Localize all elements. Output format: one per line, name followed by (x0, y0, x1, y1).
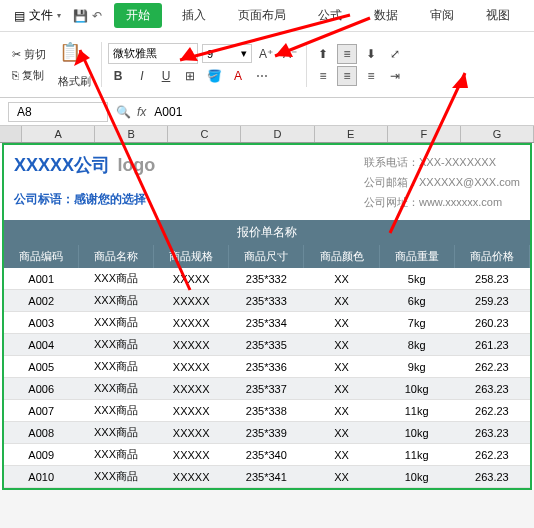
table-cell[interactable]: XXXXX (154, 334, 229, 356)
table-cell[interactable]: 8kg (379, 334, 454, 356)
table-cell[interactable]: XXX商品 (78, 334, 153, 356)
table-cell[interactable]: A002 (4, 290, 78, 312)
table-cell[interactable]: 10kg (379, 378, 454, 400)
border-button[interactable]: ⊞ (180, 66, 200, 86)
table-cell[interactable]: A009 (4, 444, 78, 466)
formula-input[interactable]: A001 (152, 103, 526, 121)
table-row[interactable]: A007XXX商品XXXXX235*338XX11kg262.23 (4, 400, 530, 422)
undo-icon[interactable]: ↶ (92, 9, 102, 23)
fill-color-button[interactable]: 🪣 (204, 66, 224, 86)
table-row[interactable]: A003XXX商品XXXXX235*334XX7kg260.23 (4, 312, 530, 334)
table-cell[interactable]: 235*335 (229, 334, 304, 356)
table-row[interactable]: A001XXX商品XXXXX235*332XX5kg258.23 (4, 268, 530, 290)
table-cell[interactable]: A007 (4, 400, 78, 422)
tab-view[interactable]: 视图 (474, 3, 522, 28)
table-cell[interactable]: 235*334 (229, 312, 304, 334)
tab-formula[interactable]: 公式 (306, 3, 354, 28)
increase-font-button[interactable]: A⁺ (256, 44, 276, 64)
save-icon[interactable]: 💾 (73, 9, 88, 23)
font-size-select[interactable]: 9▾ (202, 44, 252, 63)
table-cell[interactable]: XXX商品 (78, 444, 153, 466)
table-cell[interactable]: A006 (4, 378, 78, 400)
underline-button[interactable]: U (156, 66, 176, 86)
table-cell[interactable]: 235*336 (229, 356, 304, 378)
table-cell[interactable]: XXX商品 (78, 356, 153, 378)
table-cell[interactable]: 262.23 (454, 444, 529, 466)
table-cell[interactable]: 261.23 (454, 334, 529, 356)
table-row[interactable]: A009XXX商品XXXXX235*340XX11kg262.23 (4, 444, 530, 466)
table-row[interactable]: A010XXX商品XXXXX235*341XX10kg263.23 (4, 466, 530, 488)
table-cell[interactable]: XX (304, 466, 379, 488)
table-row[interactable]: A006XXX商品XXXXX235*337XX10kg263.23 (4, 378, 530, 400)
font-name-select[interactable]: 微软雅黑▾ (108, 43, 198, 64)
col-header[interactable]: B (95, 126, 168, 142)
fx-icon[interactable]: fx (137, 105, 146, 119)
table-cell[interactable]: 235*341 (229, 466, 304, 488)
table-cell[interactable]: 258.23 (454, 268, 529, 290)
align-right-button[interactable]: ≡ (361, 66, 381, 86)
align-left-button[interactable]: ≡ (313, 66, 333, 86)
decrease-font-button[interactable]: A⁻ (280, 44, 300, 64)
align-center-button[interactable]: ≡ (337, 66, 357, 86)
table-cell[interactable]: 5kg (379, 268, 454, 290)
table-cell[interactable]: XX (304, 422, 379, 444)
table-cell[interactable]: A005 (4, 356, 78, 378)
table-cell[interactable]: A010 (4, 466, 78, 488)
table-cell[interactable]: A004 (4, 334, 78, 356)
table-cell[interactable]: 262.23 (454, 356, 529, 378)
col-header[interactable]: C (168, 126, 241, 142)
table-cell[interactable]: 235*332 (229, 268, 304, 290)
table-cell[interactable]: 6kg (379, 290, 454, 312)
indent-button[interactable]: ⇥ (385, 66, 405, 86)
paste-icon[interactable]: 📋 (54, 38, 86, 66)
cut-button[interactable]: ✂剪切 (8, 45, 50, 64)
table-cell[interactable]: XXX商品 (78, 400, 153, 422)
table-cell[interactable]: XX (304, 356, 379, 378)
align-bottom-button[interactable]: ⬇ (361, 44, 381, 64)
table-cell[interactable]: 10kg (379, 466, 454, 488)
table-cell[interactable]: 235*338 (229, 400, 304, 422)
table-cell[interactable]: XXX商品 (78, 312, 153, 334)
table-cell[interactable]: XX (304, 290, 379, 312)
select-all-corner[interactable] (0, 126, 22, 142)
table-cell[interactable]: XX (304, 312, 379, 334)
orientation-button[interactable]: ⤢ (385, 44, 405, 64)
table-cell[interactable]: XXX商品 (78, 290, 153, 312)
table-cell[interactable]: XXX商品 (78, 268, 153, 290)
table-cell[interactable]: 263.23 (454, 422, 529, 444)
align-top-button[interactable]: ⬆ (313, 44, 333, 64)
more-font-button[interactable]: ⋯ (252, 66, 272, 86)
table-cell[interactable]: 10kg (379, 422, 454, 444)
file-menu[interactable]: ▤ 文件 ▾ (8, 5, 67, 26)
tab-layout[interactable]: 页面布局 (226, 3, 298, 28)
table-cell[interactable]: XXXXX (154, 444, 229, 466)
table-cell[interactable]: A008 (4, 422, 78, 444)
bold-button[interactable]: B (108, 66, 128, 86)
tab-review[interactable]: 审阅 (418, 3, 466, 28)
table-cell[interactable]: 262.23 (454, 400, 529, 422)
table-cell[interactable]: XXXXX (154, 356, 229, 378)
font-color-button[interactable]: A (228, 66, 248, 86)
tab-insert[interactable]: 插入 (170, 3, 218, 28)
table-cell[interactable]: 11kg (379, 444, 454, 466)
table-row[interactable]: A002XXX商品XXXXX235*333XX6kg259.23 (4, 290, 530, 312)
table-cell[interactable]: 263.23 (454, 378, 529, 400)
name-box[interactable]: A8 (8, 102, 108, 122)
table-cell[interactable]: XXX商品 (78, 378, 153, 400)
col-header[interactable]: G (461, 126, 534, 142)
table-cell[interactable]: XXX商品 (78, 422, 153, 444)
table-cell[interactable]: XXX商品 (78, 466, 153, 488)
table-cell[interactable]: 7kg (379, 312, 454, 334)
italic-button[interactable]: I (132, 66, 152, 86)
col-header[interactable]: A (22, 126, 95, 142)
table-cell[interactable]: 235*340 (229, 444, 304, 466)
table-cell[interactable]: XXXXX (154, 422, 229, 444)
table-cell[interactable]: XXXXX (154, 466, 229, 488)
table-cell[interactable]: XX (304, 334, 379, 356)
table-cell[interactable]: 235*333 (229, 290, 304, 312)
table-cell[interactable]: XXXXX (154, 378, 229, 400)
table-row[interactable]: A008XXX商品XXXXX235*339XX10kg263.23 (4, 422, 530, 444)
table-cell[interactable]: XXXXX (154, 268, 229, 290)
table-cell[interactable]: XX (304, 400, 379, 422)
table-cell[interactable]: 235*339 (229, 422, 304, 444)
